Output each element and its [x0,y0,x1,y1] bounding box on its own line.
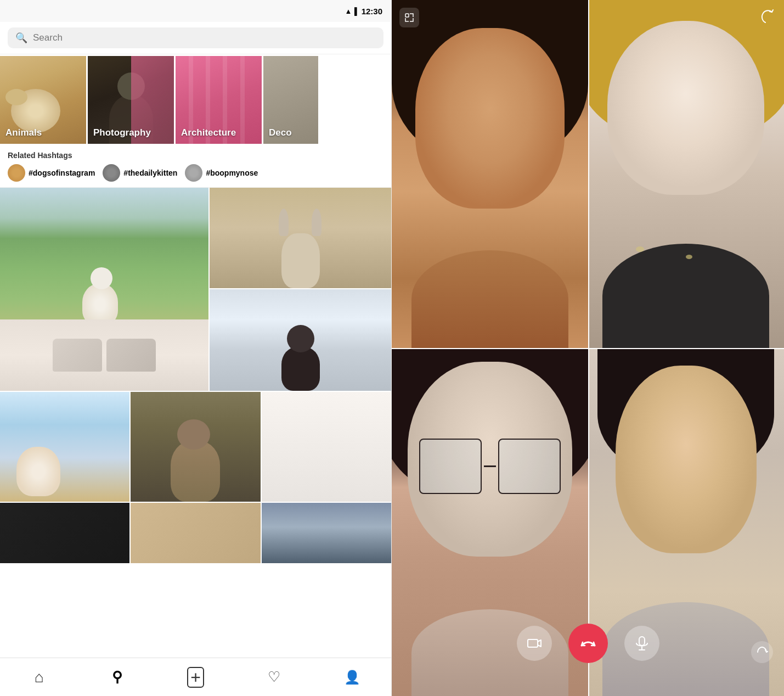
bottom-nav: ⌂ ⚲ + ♡ 👤 [0,658,391,696]
grid-cell-dark-cat[interactable] [0,503,129,563]
nav-home-button[interactable]: ⌂ [25,664,53,691]
search-icon: 🔍 [15,32,27,44]
hashtag-avatar-kitten [103,164,120,182]
video-cell-top-left [392,0,588,348]
grid-cell-dog3[interactable] [0,392,129,502]
search-input-wrap[interactable]: 🔍 [8,27,383,48]
grid-cell-dog-grass[interactable] [0,188,208,391]
nav-profile-button[interactable]: 👤 [339,664,366,691]
grid-right-col [210,188,391,391]
profile-icon: 👤 [344,670,360,685]
search-nav-icon: ⚲ [112,669,122,686]
category-label-animals: Animals [5,127,42,138]
hashtag-tag-boop: #boopmynose [206,169,258,177]
photo-grid [0,188,391,658]
video-cell-top-right [588,0,785,348]
grid-cell-cat[interactable] [131,392,260,502]
nav-likes-button[interactable]: ♡ [260,664,287,691]
video-call-panel [392,0,784,696]
time-display: 12:30 [362,7,382,16]
instagram-search-panel: ▲▐ 12:30 🔍 Animals [0,0,392,696]
category-tile-deco[interactable]: Deco [263,56,318,144]
hashtag-avatar-dogs [8,164,25,182]
rotate-icon [756,646,768,658]
hashtags-section: Related Hashtags #dogsofinstagram #theda… [0,145,391,188]
nav-add-button[interactable]: + [182,664,209,691]
grid-cell-light-fabric[interactable] [262,392,391,502]
grid-row-3 [0,503,391,563]
grid-cell-rabbit[interactable] [210,188,391,288]
search-bar: 🔍 [0,22,391,54]
mic-icon [635,636,649,651]
category-tiles-row: Animals Photography Architecture [0,54,391,145]
hashtag-item-kitten[interactable]: #thedailykitten [103,164,177,182]
glasses [415,439,565,494]
hashtag-item-dogs[interactable]: #dogsofinstagram [8,164,95,182]
video-controls [517,624,659,663]
grid-cell-tan[interactable] [131,503,260,563]
category-label-photography: Photography [93,127,151,138]
category-tile-animals[interactable]: Animals [0,56,86,144]
hashtag-item-boop[interactable]: #boopmynose [185,164,258,182]
camera-icon [527,636,542,651]
grid-row-1 [0,188,391,391]
mic-button[interactable] [624,626,659,661]
hashtags-title: Related Hashtags [8,151,383,160]
hashtag-tag-dogs: #dogsofinstagram [29,169,95,177]
svg-rect-0 [405,14,409,17]
heart-icon: ♡ [268,669,280,686]
grid-cell-dog-snow[interactable] [210,289,391,391]
grid-cell-landscape[interactable] [262,503,391,563]
expand-icon-box[interactable] [399,8,419,27]
category-tile-architecture[interactable]: Architecture [176,56,262,144]
expand-icon [404,12,415,23]
camera-button[interactable] [517,626,552,661]
video-tr-icon[interactable] [759,8,776,25]
refresh-icon-box[interactable] [759,8,776,25]
rotate-button[interactable] [751,641,773,663]
svg-rect-2 [639,637,645,646]
category-tile-photography[interactable]: Photography [88,56,174,144]
refresh-icon [760,9,775,24]
category-label-deco: Deco [269,127,292,138]
svg-rect-1 [528,639,538,647]
end-call-icon [579,635,597,652]
signal-icon: ▲▐ [345,7,357,15]
status-bar: ▲▐ 12:30 [0,0,391,22]
hashtag-avatar-boop [185,164,202,182]
search-input[interactable] [33,32,376,43]
nav-search-button[interactable]: ⚲ [104,664,131,691]
category-label-architecture: Architecture [181,127,236,138]
add-icon: + [187,667,204,688]
home-icon: ⌂ [35,669,44,686]
grid-row-2 [0,392,391,502]
hashtags-row: #dogsofinstagram #thedailykitten #boopmy… [8,164,383,182]
video-tl-icon[interactable] [399,8,419,27]
hashtag-tag-kitten: #thedailykitten [123,169,177,177]
end-call-button[interactable] [568,624,608,663]
